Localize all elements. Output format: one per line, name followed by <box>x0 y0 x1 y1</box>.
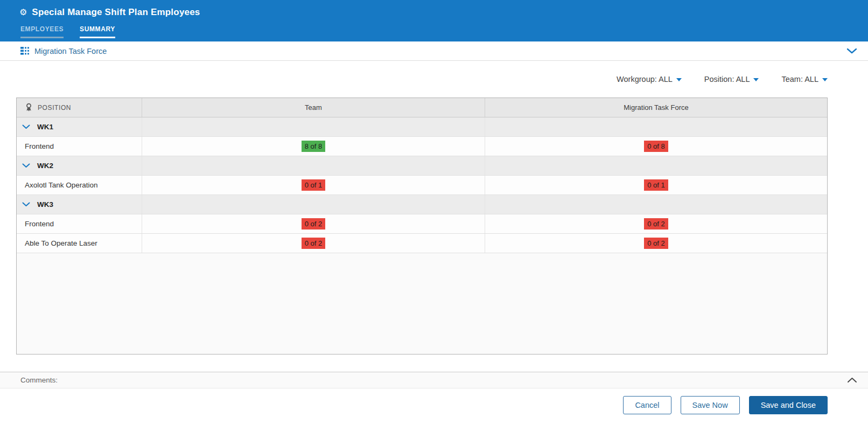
migration-count-badge: 0 of 2 <box>644 218 668 230</box>
team-count-cell: 8 of 8 <box>142 137 485 156</box>
position-row: Frontend0 of 20 of 2 <box>17 214 827 234</box>
position-header-label: POSITION <box>38 104 71 112</box>
migration-count-badge: 0 of 8 <box>644 141 668 152</box>
team-count-badge: 0 of 1 <box>302 179 326 191</box>
table-body: WK1Frontend8 of 80 of 8WK2Axolotl Tank O… <box>17 117 827 253</box>
position-name-cell: Frontend <box>17 214 142 233</box>
migration-count-badge: 0 of 2 <box>644 238 668 249</box>
save-and-close-button[interactable]: Save and Close <box>749 396 828 414</box>
migration-column-header: Migration Task Force <box>485 98 827 117</box>
position-name: Frontend <box>25 142 54 150</box>
migration-count-badge: 0 of 1 <box>644 179 668 191</box>
section-title[interactable]: Migration Task Force <box>34 47 107 55</box>
caret-down-icon <box>676 78 682 81</box>
team-count-badge: 8 of 8 <box>302 141 326 152</box>
tab-bar: EMPLOYEES SUMMARY <box>20 25 868 38</box>
tab-summary[interactable]: SUMMARY <box>80 25 115 38</box>
team-filter-label: Team: ALL <box>781 75 818 84</box>
table-empty-area <box>17 253 827 354</box>
workgroup-filter-label: Workgroup: ALL <box>617 75 673 84</box>
group-cell: WK2 <box>17 156 142 175</box>
comments-bar: Comments: <box>0 372 868 388</box>
position-name: Able To Operate Laser <box>25 239 97 247</box>
team-filter-dropdown[interactable]: Team: ALL <box>781 75 828 84</box>
group-migration-cell <box>485 195 827 214</box>
chevron-down-icon[interactable] <box>22 163 30 168</box>
chevron-down-icon[interactable] <box>22 202 30 207</box>
group-migration-cell <box>485 117 827 136</box>
page-title: Special Manage Shift Plan Employees <box>32 7 200 18</box>
manage-gear-icon: ⚙ <box>19 8 27 17</box>
table-header-row: POSITION Team Migration Task Force <box>17 98 827 117</box>
comments-label: Comments: <box>20 376 58 384</box>
position-row: Able To Operate Laser0 of 20 of 2 <box>17 234 827 253</box>
week-group-row: WK3 <box>17 195 827 214</box>
group-team-cell <box>142 117 485 136</box>
position-column-header: POSITION <box>17 98 142 117</box>
position-name-cell: Axolotl Tank Operation <box>17 176 142 194</box>
section-bar: Migration Task Force <box>0 41 868 61</box>
footer-action-bar: Cancel Save Now Save and Close <box>0 388 868 431</box>
caret-down-icon <box>753 78 759 81</box>
spacer <box>0 354 868 372</box>
group-label: WK1 <box>37 123 53 131</box>
workgroup-filter-dropdown[interactable]: Workgroup: ALL <box>617 75 682 84</box>
group-migration-cell <box>485 156 827 175</box>
caret-down-icon <box>822 78 828 81</box>
week-group-row: WK1 <box>17 117 827 137</box>
position-name-cell: Able To Operate Laser <box>17 234 142 253</box>
group-team-cell <box>142 195 485 214</box>
chevron-up-icon[interactable] <box>847 377 857 383</box>
position-name: Axolotl Tank Operation <box>25 181 98 189</box>
migration-count-cell: 0 of 2 <box>485 214 827 233</box>
position-row: Axolotl Tank Operation0 of 10 of 1 <box>17 176 827 195</box>
team-count-cell: 0 of 2 <box>142 234 485 253</box>
group-team-cell <box>142 156 485 175</box>
week-group-row: WK2 <box>17 156 827 176</box>
position-row: Frontend8 of 80 of 8 <box>17 137 827 156</box>
migration-count-cell: 0 of 1 <box>485 176 827 194</box>
app-header: ⚙ Special Manage Shift Plan Employees EM… <box>0 0 868 41</box>
team-column-header: Team <box>142 98 485 117</box>
filters-row: Workgroup: ALL Position: ALL Team: ALL <box>0 61 868 98</box>
migration-count-cell: 0 of 8 <box>485 137 827 156</box>
team-count-badge: 0 of 2 <box>302 238 326 249</box>
position-badge-icon <box>25 103 33 112</box>
migration-count-cell: 0 of 2 <box>485 234 827 253</box>
group-cell: WK1 <box>17 117 142 136</box>
summary-table: POSITION Team Migration Task Force WK1Fr… <box>16 98 828 354</box>
chevron-down-icon[interactable] <box>22 124 30 129</box>
position-filter-label: Position: ALL <box>704 75 750 84</box>
group-cell: WK3 <box>17 195 142 214</box>
position-filter-dropdown[interactable]: Position: ALL <box>704 75 759 84</box>
group-label: WK3 <box>37 200 53 208</box>
cancel-button[interactable]: Cancel <box>623 396 671 414</box>
save-now-button[interactable]: Save Now <box>681 396 740 414</box>
grid-icon <box>20 47 30 55</box>
tab-employees[interactable]: EMPLOYEES <box>20 25 64 38</box>
team-count-cell: 0 of 1 <box>142 176 485 194</box>
team-count-cell: 0 of 2 <box>142 214 485 233</box>
chevron-down-icon[interactable] <box>846 48 857 54</box>
position-name-cell: Frontend <box>17 137 142 156</box>
team-count-badge: 0 of 2 <box>302 218 326 230</box>
group-label: WK2 <box>37 162 53 170</box>
position-name: Frontend <box>25 220 54 228</box>
